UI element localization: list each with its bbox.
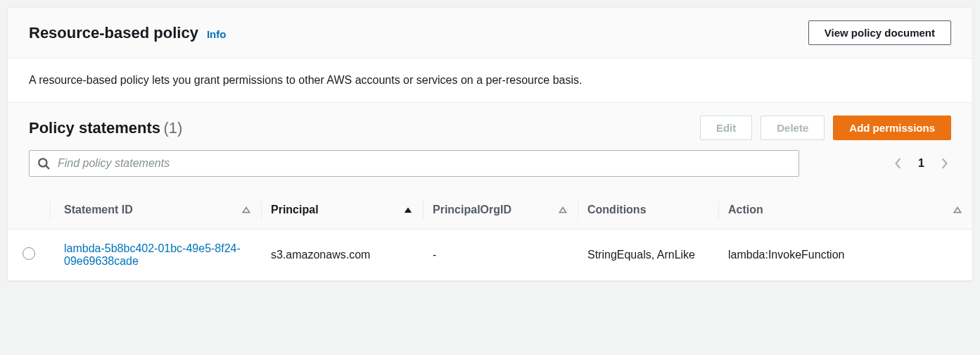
statements-table: Statement ID Principal PrincipalOrgID <box>8 191 972 280</box>
sort-hollow-icon <box>558 205 568 215</box>
row-select-cell <box>8 230 50 281</box>
delete-button[interactable]: Delete <box>761 116 825 140</box>
statements-title-wrap: Policy statements (1) <box>29 119 182 137</box>
sort-hollow-icon <box>953 205 962 215</box>
cell-statement-id: lambda-5b8bc402-01bc-49e5-8f24-09e69638c… <box>50 230 261 281</box>
column-statement-id[interactable]: Statement ID <box>50 191 261 230</box>
prev-page-button[interactable] <box>894 157 903 170</box>
column-conditions[interactable]: Conditions <box>578 191 718 230</box>
statements-header: Policy statements (1) Edit Delete Add pe… <box>8 103 972 150</box>
pager: 1 <box>894 157 951 170</box>
search-icon <box>37 157 50 170</box>
search-row: 1 <box>8 150 972 191</box>
svg-point-0 <box>39 158 46 166</box>
chevron-left-icon <box>894 157 903 170</box>
svg-marker-3 <box>405 208 412 213</box>
search-input[interactable] <box>29 150 799 177</box>
column-label: Action <box>728 204 763 216</box>
statement-id-link[interactable]: lambda-5b8bc402-01bc-49e5-8f24-09e69638c… <box>64 242 241 267</box>
row-radio[interactable] <box>23 247 35 260</box>
search-box <box>29 150 799 177</box>
table-row: lambda-5b8bc402-01bc-49e5-8f24-09e69638c… <box>8 230 972 281</box>
statements-count: (1) <box>164 119 183 137</box>
column-label: PrincipalOrgID <box>433 204 511 216</box>
page-number: 1 <box>918 157 924 170</box>
panel-header-left: Resource-based policy Info <box>29 24 226 42</box>
svg-marker-4 <box>559 208 566 213</box>
cell-principal-org-id: - <box>423 230 578 281</box>
policy-description: A resource-based policy lets you grant p… <box>8 58 972 103</box>
panel-title: Resource-based policy <box>29 24 198 42</box>
column-select <box>8 191 50 230</box>
view-policy-document-button[interactable]: View policy document <box>808 20 951 45</box>
svg-marker-5 <box>954 208 960 213</box>
cell-principal: s3.amazonaws.com <box>261 230 423 281</box>
column-principal-org-id[interactable]: PrincipalOrgID <box>423 191 578 230</box>
column-label: Principal <box>271 204 319 216</box>
add-permissions-button[interactable]: Add permissions <box>833 116 951 140</box>
column-label: Statement ID <box>64 204 133 216</box>
statements-title: Policy statements <box>29 119 160 137</box>
svg-line-1 <box>46 166 49 169</box>
sort-hollow-icon <box>241 205 251 215</box>
resource-policy-panel: Resource-based policy Info View policy d… <box>7 7 973 281</box>
column-action[interactable]: Action <box>718 191 972 230</box>
next-page-button[interactable] <box>940 157 948 170</box>
sort-asc-icon <box>403 205 413 215</box>
cell-conditions: StringEquals, ArnLike <box>578 230 718 281</box>
panel-header: Resource-based policy Info View policy d… <box>8 8 972 58</box>
chevron-right-icon <box>940 157 948 170</box>
edit-button[interactable]: Edit <box>700 116 752 140</box>
column-label: Conditions <box>587 204 647 216</box>
info-link[interactable]: Info <box>207 28 227 40</box>
statements-actions: Edit Delete Add permissions <box>700 116 951 140</box>
column-principal[interactable]: Principal <box>261 191 423 230</box>
svg-marker-2 <box>243 208 249 213</box>
table-header-row: Statement ID Principal PrincipalOrgID <box>8 191 972 230</box>
cell-action: lambda:InvokeFunction <box>718 230 972 281</box>
